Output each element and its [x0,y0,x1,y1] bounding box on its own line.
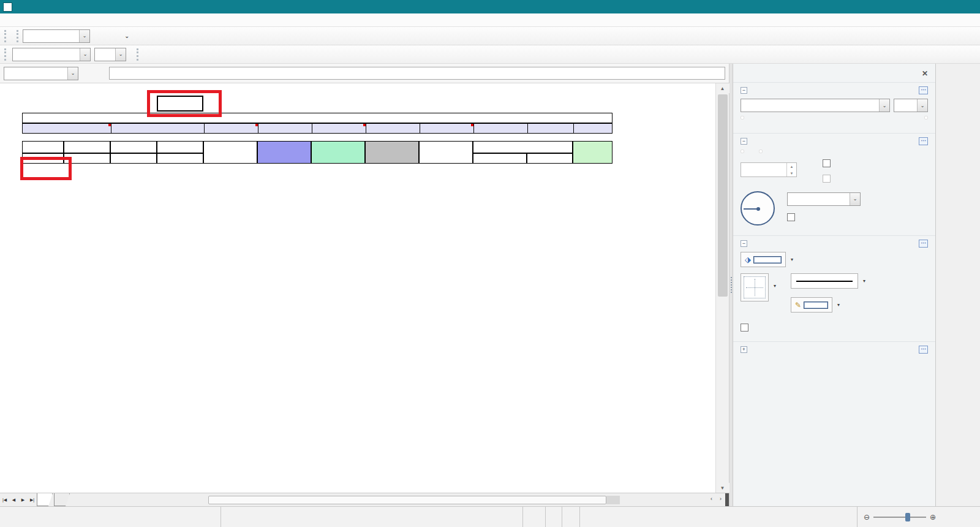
sidebar-font-size-arrow[interactable]: ⌄ [917,99,927,112]
sheet-tab-jahres-auflistung[interactable] [54,493,70,506]
rotation-dial[interactable] [741,191,775,226]
horizontal-scrollbar-thumb[interactable] [208,496,606,504]
cell-J4[interactable] [473,124,527,133]
collapse-appearance-section[interactable]: − [741,240,747,247]
cell-L4[interactable] [573,124,612,133]
last-sheet-button[interactable]: ▶| [28,493,37,506]
cell-background-dropdown[interactable]: ▾ [790,257,794,262]
find-toolbar-more-button[interactable]: ⌄ [123,32,131,39]
cell-B1[interactable] [64,96,110,109]
find-input[interactable]: ⌄ [23,29,90,43]
numberformat-dialog-launcher[interactable]: ⋯ [919,346,928,354]
header-gehen-sub[interactable] [157,153,203,164]
maximize-button[interactable] [924,0,952,13]
cell-row3-header[interactable] [22,113,612,123]
formula-input-line[interactable] [109,67,725,80]
align-toolbar-drag-handle[interactable] [137,48,139,61]
zoom-slider[interactable]: ⊖ ⊕ [858,513,942,521]
header-gezahlte-ueberstunden[interactable] [419,141,473,164]
close-button[interactable] [952,0,980,13]
toolbar-drag-handle[interactable] [4,30,7,42]
header-ueberstunden[interactable] [311,141,365,164]
zoom-slider-thumb[interactable] [905,513,910,521]
cell-A4[interactable] [24,124,63,133]
hscroll-left-button[interactable]: ‹ [707,493,716,504]
minimize-button[interactable] [895,0,924,13]
scroll-down-button[interactable]: ▼ [716,483,729,493]
comment-indicator [108,124,111,126]
left-indent-stepper[interactable]: ▲▼ [741,162,797,177]
sidebar-font-size-select[interactable]: ⌄ [894,99,928,112]
cell-background-button[interactable]: ⬗ [741,252,786,267]
first-sheet-button[interactable]: |◀ [0,493,9,506]
name-box-dropdown-arrow[interactable]: ⌄ [67,67,78,80]
cell-G4[interactable] [312,124,366,133]
border-preview-icon [744,276,766,298]
alignment-dialog-launcher[interactable]: ⋯ [919,137,928,145]
font-size-dropdown-arrow[interactable]: ⌄ [115,48,126,61]
find-dropdown-arrow[interactable]: ⌄ [79,30,89,42]
header-geleistete-std[interactable] [257,141,311,164]
find-next-button[interactable] [92,29,107,44]
cell-C4[interactable] [111,124,204,133]
zoom-in-icon[interactable]: ⊕ [930,513,936,521]
line-color-swatch [804,301,828,309]
appearance-dialog-launcher[interactable]: ⋯ [919,240,928,248]
previous-sheet-button[interactable]: ◀ [9,493,18,506]
find-previous-button[interactable] [108,29,122,44]
cell-A1[interactable] [22,96,64,109]
header-datum[interactable] [22,141,64,153]
annotation-rect-a8 [20,157,72,180]
sidebar-font-name-arrow[interactable]: ⌄ [879,99,889,112]
header-urlaub-tag[interactable] [527,153,573,164]
text-dialog-launcher[interactable]: ⋯ [919,86,928,94]
cell-E4[interactable] [204,124,258,133]
header-pause-sub[interactable] [110,153,157,164]
vertical-scrollbar-thumb[interactable] [718,94,728,297]
header-fehlstunden[interactable] [365,141,419,164]
cell-K4[interactable] [527,124,573,133]
find-toolbar-drag-handle[interactable] [17,30,19,42]
show-gridlines-checkbox[interactable] [741,324,748,332]
cell-B4[interactable] [64,124,111,133]
cell-border-button[interactable] [741,273,769,301]
header-status[interactable] [573,141,612,164]
collapse-text-section[interactable]: − [741,87,747,94]
header-urlaub-std[interactable] [473,153,527,164]
sheet-tab-vorlage[interactable] [37,493,53,506]
vertically-stacked-checkbox[interactable] [787,213,795,221]
wrap-text-checkbox[interactable] [823,159,831,167]
formatting-toolbar-drag-handle[interactable] [4,48,7,61]
rotation-degrees-select[interactable]: ⌄ [787,192,861,206]
header-kommen[interactable] [64,141,110,153]
vertical-scrollbar[interactable]: ▲ ▼ [715,83,729,493]
sidebar-font-name-select[interactable]: ⌄ [741,99,890,112]
hscroll-right-button[interactable]: › [716,493,725,504]
font-name-select[interactable]: ⌄ [12,48,91,61]
cell-F4[interactable] [258,124,312,133]
scroll-up-button[interactable]: ▲ [716,83,729,93]
rotation-degrees-arrow[interactable]: ⌄ [850,193,860,205]
line-color-button[interactable]: ✎ [791,297,832,313]
collapse-alignment-section[interactable]: − [741,138,747,145]
cell-I4[interactable] [420,124,473,133]
sidebar-close-button[interactable]: ✕ [922,69,928,78]
cell-grid[interactable] [0,83,715,493]
sheet-title[interactable] [243,96,377,108]
font-size-select[interactable]: ⌄ [94,48,126,61]
header-soll-norm-std[interactable] [203,141,257,164]
line-color-dropdown[interactable]: ▾ [836,302,841,308]
line-style-dropdown[interactable]: ▾ [862,278,867,284]
line-style-select[interactable] [791,273,858,289]
header-urlaub[interactable] [473,141,573,153]
horizontal-scrollbar[interactable] [74,493,707,506]
cell-border-dropdown[interactable]: ▾ [772,283,777,289]
header-pause[interactable] [110,141,157,153]
cell-H4[interactable] [366,124,420,133]
zoom-out-icon[interactable]: ⊖ [864,513,870,521]
header-gehen[interactable] [157,141,203,153]
next-sheet-button[interactable]: ▶ [18,493,28,506]
font-name-dropdown-arrow[interactable]: ⌄ [80,48,90,61]
expand-numberformat-section[interactable]: + [741,346,747,353]
name-box[interactable]: ⌄ [4,67,78,80]
